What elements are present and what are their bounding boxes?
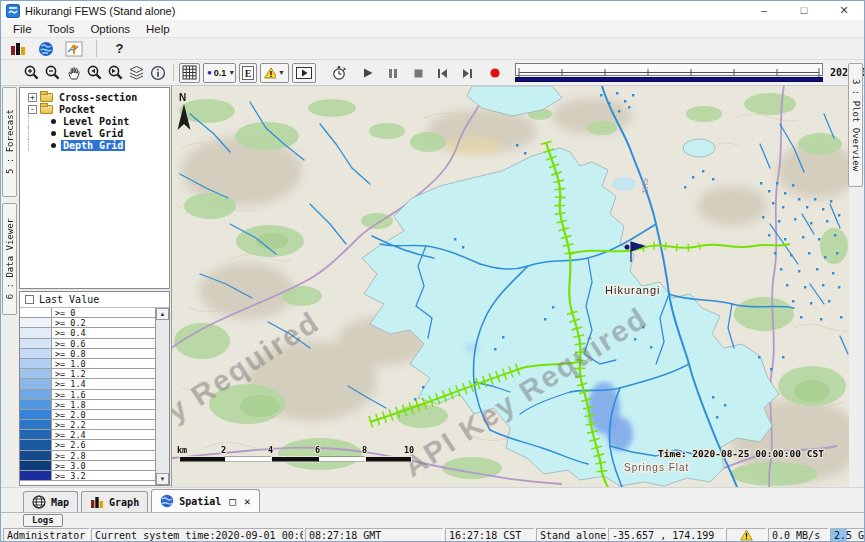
legend-row-label: >= 1.6 — [52, 390, 86, 399]
menu-item-tools[interactable]: Tools — [40, 23, 83, 35]
zoom-out-button[interactable] — [42, 62, 63, 83]
layers-button[interactable] — [126, 62, 147, 83]
bullet-icon — [51, 131, 56, 136]
legend-color-swatch — [20, 440, 52, 449]
status-cell-4: Stand alone — [536, 528, 606, 542]
status-bar: AdministratorCurrent system time:2020-09… — [1, 527, 865, 542]
zoom-previous-button[interactable] — [84, 62, 105, 83]
tab-map[interactable]: Map — [23, 491, 78, 512]
tab-spatial-label: Spatial — [179, 496, 221, 507]
scroll-up-icon[interactable]: ▲ — [156, 308, 169, 320]
legend-row: >= 1.2 — [20, 369, 155, 379]
animation-settings-button[interactable] — [328, 62, 349, 83]
play-button[interactable] — [357, 62, 378, 83]
thresholds-dropdown[interactable]: ▼ — [260, 63, 289, 83]
contour-interval-dropdown[interactable]: ●0.1▼ — [203, 63, 236, 83]
info-button[interactable] — [147, 62, 168, 83]
stop-button[interactable] — [407, 62, 428, 83]
legend-row-label: >= 2.4 — [52, 430, 86, 439]
legend-row-label: >= 2.0 — [52, 410, 86, 419]
legend-color-swatch — [20, 451, 52, 460]
warning-triangle-icon — [264, 67, 276, 79]
svg-text:4: 4 — [268, 445, 273, 455]
time-slider-track[interactable] — [515, 63, 823, 76]
grid-display-button[interactable] — [179, 63, 200, 83]
bullet-icon — [51, 143, 56, 148]
tree-item-level-point[interactable]: Level Point — [20, 115, 169, 127]
animation-window-button[interactable] — [292, 63, 316, 83]
status-cell-text: Stand alone — [540, 530, 606, 541]
record-button[interactable] — [484, 62, 505, 83]
legend-color-swatch — [20, 461, 52, 470]
status-cell-text: 16:27:18 CST — [449, 530, 521, 541]
zoom-next-button[interactable] — [105, 62, 126, 83]
legend-color-swatch — [20, 430, 52, 439]
tree-item-level-grid[interactable]: Level Grid — [20, 127, 169, 139]
tab-data-viewer[interactable]: 6 : Data Viewer — [2, 203, 17, 315]
float-panel-icon[interactable]: □ — [229, 495, 236, 508]
legend-row-label: >= 2.6 — [52, 440, 86, 449]
legend-row: >= 0.2 — [20, 318, 155, 328]
map-canvas[interactable]: API Key Required API Key Required SH1 Hi… — [172, 86, 849, 487]
stopwatch-icon — [331, 64, 347, 81]
e-label-icon: E — [242, 66, 254, 80]
status-cell-text: Administrator — [7, 530, 85, 541]
pan-button[interactable] — [63, 62, 84, 83]
map-view[interactable]: API Key Required API Key Required SH1 Hi… — [171, 86, 849, 487]
svg-text:km: km — [177, 445, 187, 455]
legend-row-label: >= 0 — [52, 308, 75, 317]
legend-scrollbar[interactable]: ▲ ▼ — [156, 308, 169, 485]
skip-to-start-button[interactable] — [432, 62, 453, 83]
scroll-down-icon[interactable]: ▼ — [156, 473, 169, 485]
last-value-checkbox[interactable] — [25, 295, 34, 304]
tree-item-label: Cross-section — [57, 92, 139, 103]
legend-header: Last Value — [20, 292, 169, 308]
zoom-in-button[interactable] — [21, 62, 42, 83]
legend-color-swatch — [20, 328, 52, 337]
hand-icon — [66, 65, 82, 81]
menu-item-file[interactable]: File — [5, 23, 40, 35]
legend-row-label: >= 0.2 — [52, 318, 86, 327]
menu-item-options[interactable]: Options — [82, 23, 138, 35]
maximize-icon[interactable]: □ — [784, 1, 824, 20]
legend-row-label: >= 0.6 — [52, 339, 86, 348]
expand-icon[interactable]: + — [28, 93, 37, 102]
legend-color-swatch — [20, 379, 52, 388]
tab-graph[interactable]: Graph — [81, 491, 148, 512]
time-slider[interactable] — [515, 63, 823, 82]
tab-spatial[interactable]: Spatial □ ✕ — [151, 489, 259, 512]
close-panel-icon[interactable]: ✕ — [244, 495, 251, 508]
logs-button[interactable]: Logs — [23, 514, 63, 527]
minimize-icon[interactable]: – — [744, 1, 784, 20]
status-cell-text: 2.5 GB — [834, 530, 865, 541]
help-button[interactable]: ? — [109, 38, 130, 59]
legend-panel: Last Value >= 0>= 0.2>= 0.4>= 0.6>= 0.8>… — [19, 291, 170, 486]
skip-to-end-button[interactable] — [457, 62, 478, 83]
tab-plot-overview[interactable]: 3 : Plot Overview — [848, 63, 863, 187]
legend-color-swatch — [20, 308, 52, 317]
database-explorer-button[interactable] — [7, 38, 28, 59]
legend-row: >= 1.0 — [20, 359, 155, 369]
legend-color-swatch — [20, 369, 52, 378]
legend-row: >= 1.6 — [20, 390, 155, 400]
pause-button[interactable] — [382, 62, 403, 83]
collapse-icon[interactable]: - — [28, 105, 37, 114]
menu-item-help[interactable]: Help — [138, 23, 178, 35]
grid-icon — [182, 65, 197, 80]
timeseries-dialog-button[interactable] — [63, 38, 84, 59]
tree-item-pocket[interactable]: -Pocket — [20, 103, 169, 115]
map-toolbar: ●0.1▼ E ▼ 2020-08-25 00:00:00 CST — [1, 59, 864, 86]
legend-row: >= 2.6 — [20, 440, 155, 450]
labels-toggle-button[interactable]: E — [239, 63, 257, 83]
map-view-button[interactable] — [35, 38, 56, 59]
bullet-icon — [51, 119, 56, 124]
window-title: Hikurangi FEWS (Stand alone) — [25, 5, 744, 17]
svg-text:2: 2 — [221, 445, 226, 455]
legend-row: >= 2.0 — [20, 410, 155, 420]
close-icon[interactable]: ✕ — [824, 1, 864, 20]
status-cell-8: 2.5 GB — [830, 528, 865, 542]
tree-item-cross-section[interactable]: +Cross-section — [20, 91, 169, 103]
tree-item-depth-grid[interactable]: Depth Grid — [20, 139, 169, 151]
legend-row-label: >= 0.8 — [52, 349, 86, 358]
tab-forecast[interactable]: 5 : Forecast — [2, 87, 17, 197]
